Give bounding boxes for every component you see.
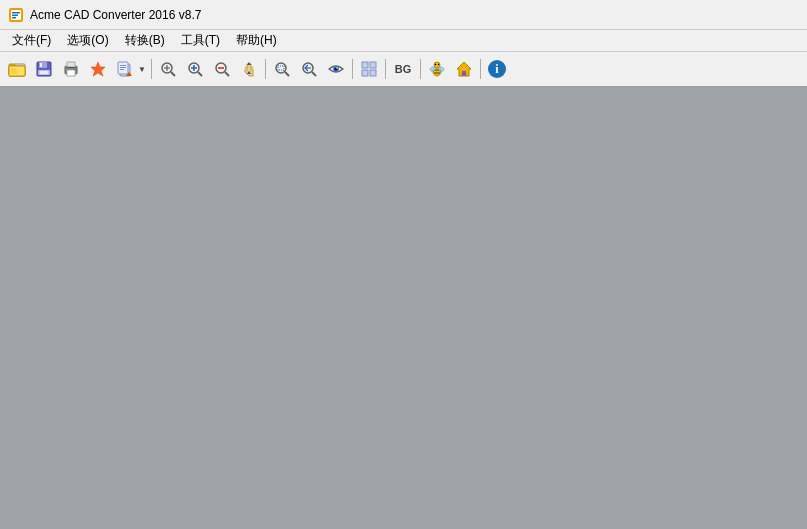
svg-point-59 <box>438 64 440 66</box>
zoom-prev-button[interactable] <box>296 56 322 82</box>
zoom-out-button[interactable] <box>209 56 235 82</box>
print-button[interactable] <box>58 56 84 82</box>
svg-rect-17 <box>67 67 75 68</box>
toolbar-separator-2 <box>265 59 266 79</box>
menu-item-tools[interactable]: 工具(T) <box>173 30 228 51</box>
svg-rect-15 <box>67 62 75 67</box>
menu-item-file[interactable]: 文件(F) <box>4 30 59 51</box>
svg-rect-24 <box>120 69 124 70</box>
svg-rect-49 <box>370 62 376 68</box>
svg-rect-48 <box>362 62 368 68</box>
main-canvas-area <box>0 88 807 529</box>
svg-rect-51 <box>370 70 376 76</box>
info-button[interactable]: i <box>484 56 510 82</box>
svg-rect-50 <box>362 70 368 76</box>
app-icon <box>8 7 24 23</box>
svg-point-58 <box>435 64 437 66</box>
svg-point-47 <box>336 67 338 69</box>
home-button[interactable] <box>451 56 477 82</box>
svg-rect-13 <box>40 71 48 74</box>
toolbar: ▼ <box>0 52 807 88</box>
svg-rect-11 <box>40 63 42 67</box>
toolbar-separator-3 <box>352 59 353 79</box>
copy-dropdown-button[interactable]: ▼ <box>112 55 148 83</box>
toolbar-separator-4 <box>385 59 386 79</box>
svg-rect-61 <box>462 71 466 76</box>
toolbar-separator-5 <box>420 59 421 79</box>
zoom-fit-button[interactable] <box>155 56 181 82</box>
svg-line-40 <box>285 72 289 76</box>
svg-line-35 <box>225 72 229 76</box>
zoom-window-button[interactable] <box>269 56 295 82</box>
svg-marker-19 <box>91 62 105 76</box>
batch-convert-button[interactable] <box>424 56 450 82</box>
pan-button[interactable] <box>236 56 262 82</box>
svg-point-18 <box>74 68 76 70</box>
menu-bar: 文件(F) 选项(O) 转换(B) 工具(T) 帮助(H) <box>0 30 807 52</box>
svg-line-31 <box>198 72 202 76</box>
zoom-in-button[interactable] <box>182 56 208 82</box>
svg-rect-16 <box>67 70 75 76</box>
svg-line-27 <box>171 72 175 76</box>
svg-rect-54 <box>434 72 440 74</box>
svg-rect-38 <box>251 67 253 71</box>
title-bar-text: Acme CAD Converter 2016 v8.7 <box>30 8 201 22</box>
svg-rect-4 <box>12 17 16 19</box>
svg-rect-2 <box>12 12 20 14</box>
open-button[interactable] <box>4 56 30 82</box>
menu-item-options[interactable]: 选项(O) <box>59 30 116 51</box>
view-button[interactable] <box>323 56 349 82</box>
save-button[interactable] <box>31 56 57 82</box>
svg-rect-37 <box>245 67 247 71</box>
bg-button[interactable]: BG <box>389 56 417 82</box>
svg-rect-23 <box>120 67 126 68</box>
toolbar-separator-1 <box>151 59 152 79</box>
menu-item-help[interactable]: 帮助(H) <box>228 30 285 51</box>
svg-rect-3 <box>12 14 18 16</box>
svg-rect-22 <box>120 65 126 66</box>
info-icon: i <box>488 60 506 78</box>
copy-icon <box>113 56 137 82</box>
svg-line-43 <box>312 72 316 76</box>
toolbar-separator-6 <box>480 59 481 79</box>
dropdown-arrow-icon: ▼ <box>137 56 147 82</box>
star-button[interactable] <box>85 56 111 82</box>
menu-item-convert[interactable]: 转换(B) <box>117 30 173 51</box>
svg-rect-41 <box>278 66 284 70</box>
title-bar: Acme CAD Converter 2016 v8.7 <box>0 0 807 30</box>
grid-button[interactable] <box>356 56 382 82</box>
